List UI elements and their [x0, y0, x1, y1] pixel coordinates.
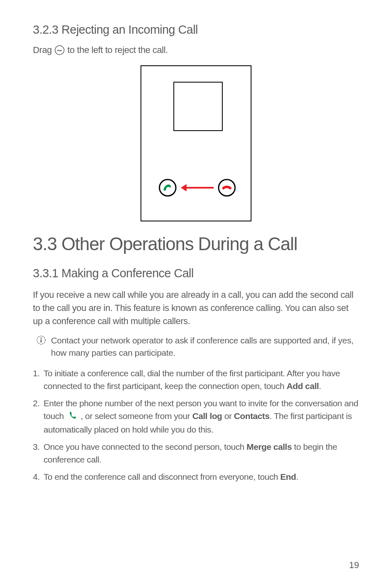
reject-call-icon	[54, 45, 65, 55]
step3-text-a: Once you have connected to the second pe…	[44, 442, 247, 451]
drag-arrow-head	[181, 184, 187, 191]
phone-outline	[141, 65, 251, 221]
step2-text-b: , or select someone from your	[81, 411, 192, 421]
svg-point-4	[40, 337, 42, 338]
heading-323: 3.2.3 Rejecting an Incoming Call	[33, 23, 359, 37]
step-4: To end the conference call and disconnec…	[33, 470, 359, 483]
note-block: Contact your network operator to ask if …	[33, 334, 359, 359]
step4-bold: End	[280, 472, 296, 481]
steps-list: To initiate a conference call, dial the …	[33, 367, 359, 483]
note-text: Contact your network operator to ask if …	[51, 334, 359, 359]
svg-rect-5	[41, 339, 42, 343]
dial-icon	[68, 410, 77, 424]
svg-point-1	[159, 180, 176, 196]
step1-text-b: .	[319, 381, 321, 391]
heading-331: 3.3.1 Making a Conference Call	[33, 267, 359, 280]
intro-paragraph: If you receive a new call while you are …	[33, 288, 359, 328]
drag-instruction: Drag to the left to reject the call.	[33, 45, 359, 55]
step1-bold: Add call	[287, 381, 319, 391]
drag-suffix: to the left to reject the call.	[67, 45, 168, 55]
step-3: Once you have connected to the second pe…	[33, 440, 359, 466]
reject-icon	[217, 178, 237, 198]
drag-prefix: Drag	[33, 45, 52, 55]
step3-bold: Merge calls	[247, 442, 292, 451]
step4-text-b: .	[296, 472, 298, 481]
reject-call-diagram	[33, 65, 359, 221]
heading-33: 3.3 Other Operations During a Call	[33, 234, 359, 254]
svg-point-0	[55, 46, 64, 55]
page-number: 19	[349, 560, 359, 571]
step-2: Enter the phone number of the next perso…	[33, 397, 359, 436]
answer-icon	[158, 178, 178, 198]
step2-bold1: Call log	[192, 411, 222, 421]
caller-photo-placeholder	[173, 82, 223, 131]
step2-text-c: or	[222, 411, 234, 421]
info-icon	[36, 335, 46, 359]
step-1: To initiate a conference call, dial the …	[33, 367, 359, 393]
drag-arrow-line	[184, 187, 214, 189]
step2-bold2: Contacts	[234, 411, 270, 421]
step4-text-a: To end the conference call and disconnec…	[44, 472, 280, 481]
